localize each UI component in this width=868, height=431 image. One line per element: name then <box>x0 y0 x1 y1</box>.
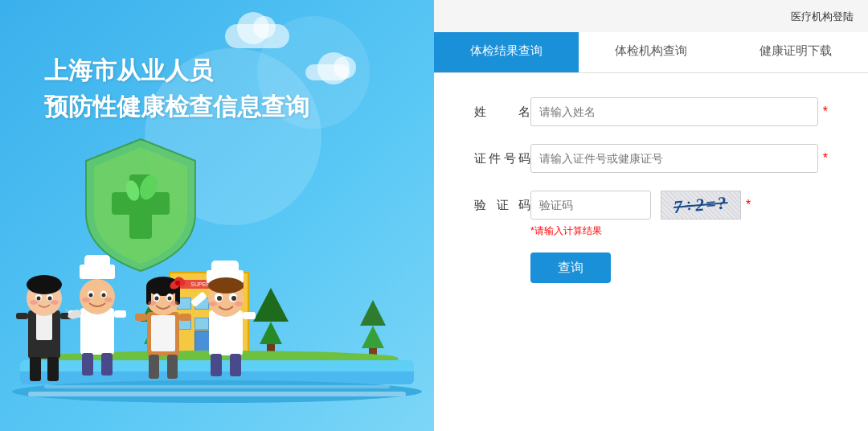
svg-point-46 <box>148 301 156 306</box>
name-row: 姓 名 * <box>474 97 828 126</box>
svg-point-11 <box>48 297 52 301</box>
right-panel: 体检结果查询 体检机构查询 健康证明下载 姓 名 * 证件号码 * 验证码 7÷… <box>434 0 868 431</box>
id-input[interactable] <box>530 144 818 173</box>
captcha-label: 验证码 <box>474 198 530 213</box>
svg-rect-63 <box>190 291 207 307</box>
svg-point-59 <box>217 296 222 301</box>
page-title: 上海市从业人员 预防性健康检查信息查询 <box>44 52 309 125</box>
svg-point-62 <box>235 302 243 306</box>
svg-rect-65 <box>211 354 222 376</box>
svg-point-13 <box>51 300 59 305</box>
captcha-row: 验证码 7÷2=? * <box>474 191 828 220</box>
svg-point-61 <box>209 302 217 306</box>
captcha-image[interactable]: 7÷2=? <box>661 191 741 220</box>
svg-rect-64 <box>243 312 256 319</box>
svg-point-60 <box>231 296 236 301</box>
svg-point-45 <box>168 297 172 301</box>
svg-rect-17 <box>47 357 59 381</box>
form-area: 姓 名 * 证件号码 * 验证码 7÷2=? * *请输入计算结果 查询 <box>434 73 868 431</box>
id-required: * <box>823 151 828 166</box>
id-row: 证件号码 * <box>474 144 828 173</box>
svg-rect-51 <box>167 355 178 379</box>
tabs-container: 体检结果查询 体检机构查询 健康证明下载 <box>434 32 868 73</box>
svg-rect-48 <box>135 314 147 321</box>
svg-point-41 <box>175 281 180 285</box>
svg-rect-34 <box>151 315 175 351</box>
svg-point-24 <box>89 293 93 298</box>
name-required: * <box>823 105 828 119</box>
captcha-input[interactable] <box>530 191 651 220</box>
characters-group <box>8 230 273 391</box>
svg-point-12 <box>30 300 38 305</box>
tab-institution[interactable]: 体检机构查询 <box>579 32 723 72</box>
medical-login-link[interactable]: 医疗机构登陆 <box>791 10 854 24</box>
svg-rect-1 <box>112 192 170 215</box>
svg-rect-31 <box>101 353 113 376</box>
svg-point-56 <box>208 277 244 293</box>
svg-point-25 <box>102 293 106 298</box>
svg-rect-14 <box>16 313 28 319</box>
svg-rect-18 <box>80 308 114 355</box>
svg-rect-66 <box>230 354 241 376</box>
svg-point-44 <box>155 297 159 301</box>
tab-result[interactable]: 体检结果查询 <box>434 32 579 72</box>
svg-rect-20 <box>84 255 110 269</box>
svg-point-26 <box>82 298 90 302</box>
svg-point-27 <box>104 298 113 302</box>
svg-rect-30 <box>82 353 93 376</box>
left-panel: 上海市从业人员 预防性健康检查信息查询 SUPERMAR... <box>0 0 434 431</box>
svg-rect-16 <box>30 357 41 381</box>
svg-rect-54 <box>211 261 239 274</box>
svg-rect-29 <box>114 310 126 318</box>
svg-point-21 <box>80 279 115 314</box>
svg-rect-5 <box>36 312 52 340</box>
svg-point-47 <box>170 301 178 306</box>
svg-rect-49 <box>179 314 191 321</box>
captcha-required: * <box>746 198 751 212</box>
submit-button[interactable]: 查询 <box>530 252 611 283</box>
id-label: 证件号码 <box>474 151 530 166</box>
cloud-1 <box>225 24 289 48</box>
svg-rect-50 <box>149 355 159 379</box>
svg-point-7 <box>27 275 62 294</box>
name-input[interactable] <box>530 97 818 126</box>
name-label: 姓 名 <box>474 105 530 120</box>
tab-download[interactable]: 健康证明下载 <box>723 32 868 72</box>
cloud-2 <box>305 64 354 82</box>
svg-rect-52 <box>209 310 243 355</box>
svg-point-10 <box>37 297 41 301</box>
captcha-error-hint: *请输入计算结果 <box>530 224 828 238</box>
